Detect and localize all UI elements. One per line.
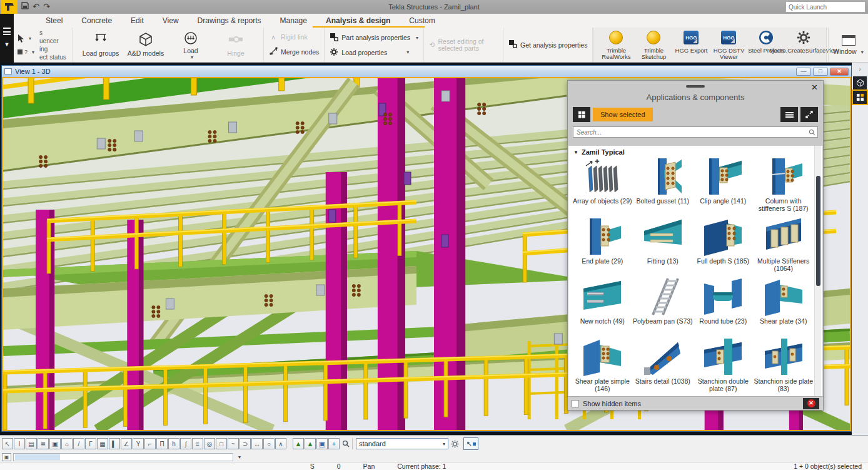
view-close-button[interactable]: ✕ bbox=[830, 68, 849, 76]
select-pointer-button[interactable]: ↖ bbox=[2, 438, 13, 449]
tab-custom[interactable]: Custom bbox=[400, 15, 444, 27]
quick-launch-box[interactable] bbox=[785, 1, 865, 13]
select-objects-in-components-button[interactable]: ▣ bbox=[49, 438, 61, 449]
component-group-header[interactable]: ▼ Zamil Typical bbox=[568, 146, 822, 157]
show-selected-button[interactable]: Show selected bbox=[593, 108, 653, 121]
component-item[interactable]: New notch (49) bbox=[572, 277, 633, 337]
tekla-logo-icon[interactable] bbox=[1, 0, 18, 14]
detach-panel-button[interactable] bbox=[800, 107, 818, 122]
tab-view[interactable]: View bbox=[153, 15, 188, 27]
select-analysis-button[interactable]: ∧ bbox=[275, 438, 286, 449]
window-menu-button[interactable]: Window ▾ bbox=[828, 28, 868, 62]
collapse-ribbon-icon[interactable]: ▼ bbox=[4, 41, 10, 48]
component-item[interactable]: Stanchion side plate (83) bbox=[754, 337, 814, 396]
component-item[interactable]: Full depth S (185) bbox=[693, 217, 754, 277]
component-search-input[interactable] bbox=[573, 129, 809, 136]
get-analysis-properties-tool[interactable]: Get analysis properties bbox=[508, 40, 587, 49]
load-properties-tool[interactable]: Load properties ▾ bbox=[330, 48, 418, 57]
select-angles-button[interactable]: ∠ bbox=[121, 438, 132, 449]
panel-close-icon[interactable]: ✕ bbox=[811, 83, 818, 91]
drag-and-drop-button[interactable]: ↖ bbox=[463, 437, 478, 450]
select-mesh-button[interactable]: □ bbox=[216, 438, 227, 449]
app-trimble-sketchup[interactable]: Trimble Sketchup bbox=[635, 29, 672, 60]
select-loads-button[interactable]: ~ bbox=[228, 438, 239, 449]
app-trimble-realworks[interactable]: Trimble RealWorks bbox=[597, 29, 635, 60]
create-view-button[interactable]: ▲ bbox=[293, 438, 304, 449]
rigid-link-tool[interactable]: ∧ Rigid link bbox=[269, 33, 319, 41]
select-grid-lines-button[interactable]: / bbox=[73, 438, 84, 449]
component-item[interactable]: ✚Array of objects (29) bbox=[572, 157, 633, 217]
panel-scrollbar[interactable] bbox=[814, 146, 821, 396]
scrollbar-thumb[interactable] bbox=[816, 176, 820, 286]
app-hgg-dstv-viewer[interactable]: HGGHGG DSTV Viewer bbox=[710, 29, 747, 60]
quick-launch-input[interactable] bbox=[786, 4, 868, 11]
panel-drag-handle[interactable] bbox=[686, 85, 705, 88]
ad-models-tool[interactable]: A&D models bbox=[123, 30, 168, 59]
component-item[interactable]: Polybeam pan (S73) bbox=[633, 277, 694, 337]
hinge-tool[interactable]: Hinge bbox=[213, 30, 258, 59]
select-points-button[interactable]: ▍ bbox=[109, 438, 120, 449]
undo-icon[interactable]: ↶ bbox=[33, 0, 39, 14]
reset-editing-tool[interactable]: ⟲ Reset editing of selected parts bbox=[429, 38, 498, 52]
view-title-bar[interactable]: View 1 - 3D — □ ✕ bbox=[2, 66, 851, 77]
select-fittings-button[interactable]: h bbox=[168, 438, 179, 449]
select-views-button[interactable]: Π bbox=[156, 438, 168, 449]
load-tool[interactable]: Load groups bbox=[78, 30, 123, 59]
select-assemblies-button[interactable]: ≣ bbox=[38, 438, 49, 449]
select-single-bolts-button[interactable]: ≡ bbox=[192, 438, 203, 449]
zoom-tool-button[interactable] bbox=[340, 438, 351, 449]
component-item[interactable]: Fitting (13) bbox=[633, 217, 694, 277]
thumbnail-view-button[interactable] bbox=[573, 107, 590, 122]
snap-symbol-button[interactable]: ▣ bbox=[316, 438, 328, 449]
component-item[interactable]: Stairs detail (1038) bbox=[633, 337, 694, 396]
select-bolts-button[interactable]: ∫ bbox=[180, 438, 191, 449]
component-item[interactable]: Bolted gusset (11) bbox=[633, 157, 694, 217]
chevron-right-icon[interactable]: › bbox=[859, 65, 861, 73]
panel-footer-close-button[interactable]: ✕ bbox=[803, 398, 819, 409]
view-maximize-button[interactable]: □ bbox=[813, 68, 828, 76]
components-pane-button[interactable] bbox=[853, 91, 867, 104]
select-reference-lines-button[interactable]: Γ bbox=[85, 438, 96, 449]
view-preset-dropdown[interactable]: standard▾ bbox=[356, 438, 448, 449]
select-grids-button[interactable]: ⌂ bbox=[61, 438, 73, 449]
component-item[interactable]: Shear plate simple (146) bbox=[572, 337, 633, 396]
view-minimize-button[interactable]: — bbox=[796, 68, 811, 76]
snap-free-button[interactable]: + bbox=[328, 438, 340, 449]
select-parts-button[interactable]: I bbox=[14, 438, 25, 449]
tab-concrete[interactable]: Concrete bbox=[72, 15, 121, 27]
select-tool-button[interactable]: ▾ bbox=[18, 34, 34, 43]
tab-drawings-reports[interactable]: Drawings & reports bbox=[188, 15, 271, 27]
redo-icon[interactable]: ↷ bbox=[43, 0, 50, 14]
tab-edit[interactable]: Edit bbox=[121, 15, 153, 27]
select-welds-button[interactable]: Y bbox=[133, 438, 144, 449]
view-preset-settings-button[interactable] bbox=[449, 438, 460, 449]
tab-analysis-design[interactable]: Analysis & design bbox=[316, 15, 400, 27]
select-cuts-button[interactable]: ⌐ bbox=[144, 438, 156, 449]
inquire-tool-button[interactable]: ? ▾ bbox=[18, 49, 34, 55]
model-pane-button[interactable] bbox=[853, 76, 867, 89]
component-item[interactable]: Round tube (23) bbox=[693, 277, 754, 337]
app-hgg-export[interactable]: HGGHGG Export bbox=[672, 29, 710, 54]
select-all-switch-button[interactable]: ○ bbox=[263, 438, 275, 449]
component-item[interactable]: Shear plate (34) bbox=[754, 277, 814, 337]
select-surfaces-button[interactable]: ▦ bbox=[97, 438, 108, 449]
command-dropdown-icon[interactable]: ▾ bbox=[235, 453, 244, 461]
component-item[interactable]: Clip angle (141) bbox=[693, 157, 754, 217]
tab-manage[interactable]: Manage bbox=[271, 15, 316, 27]
location-input[interactable] bbox=[13, 453, 233, 461]
select-planes-button[interactable]: ⊃ bbox=[240, 438, 251, 449]
show-hidden-checkbox[interactable] bbox=[572, 400, 579, 407]
select-components-button[interactable]: ▤ bbox=[26, 438, 37, 449]
list-view-button[interactable] bbox=[780, 107, 798, 122]
load-groups-tool[interactable]: Load ▾ bbox=[168, 30, 213, 59]
app-macro-createsurfaceview[interactable]: Macro.CreateSurfaceView bbox=[785, 29, 822, 54]
component-item[interactable]: Multiple Stiffeners (1064) bbox=[754, 217, 814, 277]
tab-steel[interactable]: Steel bbox=[36, 15, 72, 27]
command-history-icon[interactable]: ▣ bbox=[2, 453, 11, 461]
side-menu-strip[interactable]: ▼ bbox=[0, 14, 14, 63]
component-item[interactable]: Stanchion double plate (87) bbox=[693, 337, 754, 396]
save-icon[interactable] bbox=[21, 0, 29, 14]
merge-nodes-tool[interactable]: Merge nodes bbox=[269, 47, 319, 56]
select-reinforcement-button[interactable]: ◎ bbox=[204, 438, 215, 449]
part-analysis-properties-tool[interactable]: Part analysis properties ▾ bbox=[330, 33, 418, 43]
